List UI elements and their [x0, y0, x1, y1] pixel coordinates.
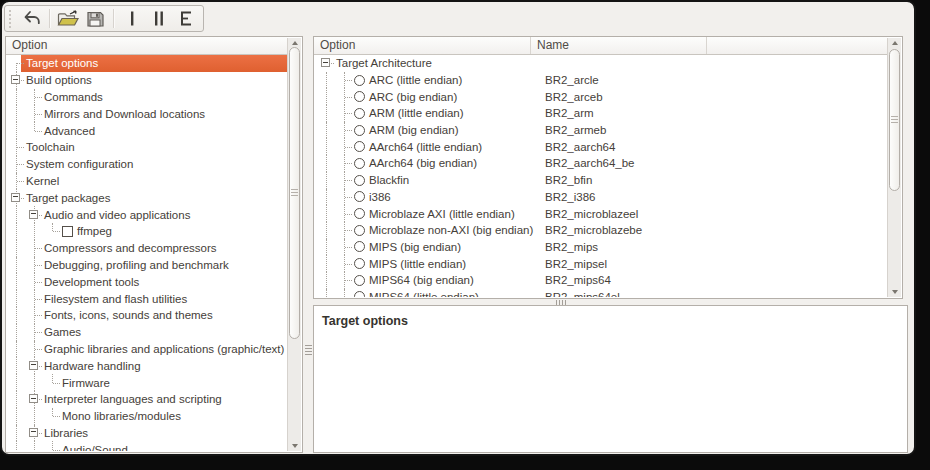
option-column-header[interactable]: Option — [314, 37, 531, 54]
tree-row[interactable]: ARM (big endian)BR2_armeb — [315, 122, 887, 139]
tree-guide-line — [317, 172, 335, 189]
scrollbar-thumb[interactable] — [889, 49, 900, 191]
expander-minus-icon[interactable] — [29, 361, 38, 370]
tree-row[interactable]: AArch64 (little endian)BR2_aarch64 — [315, 138, 887, 155]
scroll-down-icon[interactable] — [292, 444, 298, 448]
radio-icon[interactable] — [354, 291, 365, 297]
tree-row[interactable]: Mirrors and Download locations — [7, 105, 287, 122]
tree-row[interactable]: Target packages — [7, 189, 287, 206]
radio-icon[interactable] — [354, 275, 365, 286]
scroll-down-icon[interactable] — [892, 290, 898, 294]
tree-row[interactable]: Interpreter languages and scripting — [7, 391, 287, 408]
config-symbol-name: BR2_arcle — [545, 74, 599, 86]
tree-row[interactable]: Toolchain — [7, 139, 287, 156]
radio-icon[interactable] — [354, 175, 365, 186]
tree-row[interactable]: Debugging, profiling and benchmark — [7, 257, 287, 274]
tree-row[interactable]: System configuration — [7, 156, 287, 173]
radio-icon[interactable] — [354, 241, 365, 252]
tree-row[interactable]: Audio/Sound — [7, 441, 287, 451]
expander-minus-icon[interactable] — [11, 75, 20, 84]
single-view-button[interactable] — [120, 7, 145, 30]
tree-row[interactable]: Audio and video applications — [7, 206, 287, 223]
tree-row[interactable]: Filesystem and flash utilities — [7, 290, 287, 307]
radio-icon[interactable] — [354, 258, 365, 269]
tree-row[interactable]: ARC (little endian)BR2_arcle — [315, 72, 887, 89]
tree-row[interactable]: Build options — [7, 72, 287, 89]
open-button[interactable] — [56, 7, 81, 30]
tree-row[interactable]: ffmpeg — [7, 223, 287, 240]
tree-row[interactable]: ARC (big endian)BR2_arceb — [315, 88, 887, 105]
empty-column-header[interactable] — [707, 37, 887, 54]
right-scrollbar[interactable] — [887, 38, 901, 297]
tree-row[interactable]: i386BR2_i386 — [315, 189, 887, 206]
vertical-splitter[interactable] — [303, 36, 313, 453]
tree-row[interactable]: Kernel — [7, 173, 287, 190]
radio-icon[interactable] — [354, 191, 365, 202]
tree-row[interactable]: Mono libraries/modules — [7, 408, 287, 425]
expander-minus-icon[interactable] — [29, 394, 38, 403]
left-scrollbar[interactable] — [287, 38, 301, 451]
tree-item-label: AArch64 (big endian) — [368, 157, 477, 169]
radio-icon[interactable] — [354, 125, 365, 136]
tree-row[interactable]: Development tools — [7, 273, 287, 290]
options-tree: Target ArchitectureARC (little endian)BR… — [315, 55, 887, 297]
name-column-header[interactable]: Name — [531, 37, 707, 54]
scrollbar-thumb[interactable] — [289, 47, 300, 339]
undo-button[interactable] — [19, 7, 44, 30]
tree-row[interactable]: Games — [7, 324, 287, 341]
expander-minus-icon[interactable] — [321, 58, 330, 67]
expander-minus-icon[interactable] — [11, 193, 20, 202]
tree-row[interactable]: Commands — [7, 89, 287, 106]
tree-row[interactable]: Compressors and decompressors — [7, 240, 287, 257]
full-view-button[interactable] — [174, 7, 199, 30]
tree-row[interactable]: Advanced — [7, 122, 287, 139]
tree-branch — [25, 391, 43, 408]
option-column-header[interactable]: Option — [6, 37, 287, 54]
tree-row[interactable]: Microblaze AXI (little endian)BR2_microb… — [315, 205, 887, 222]
radio-icon[interactable] — [354, 225, 365, 236]
radio-icon[interactable] — [354, 75, 365, 86]
tree-row[interactable]: MIPS64 (little endian)BR2_mips64el — [315, 289, 887, 297]
tree-item-label: Microblaze non-AXI (big endian) — [368, 224, 533, 236]
radio-icon[interactable] — [354, 141, 365, 152]
tree-branch — [7, 139, 25, 156]
tree-row[interactable]: Target options — [7, 55, 287, 72]
tree-item-label: MIPS (big endian) — [368, 241, 461, 253]
tree-row[interactable]: AArch64 (big endian)BR2_aarch64_be — [315, 155, 887, 172]
toolbar-separator — [49, 9, 51, 28]
tree-row[interactable]: Target Architecture — [315, 55, 887, 72]
tree-guide-line — [25, 374, 43, 391]
radio-icon[interactable] — [354, 108, 365, 119]
config-symbol-name: BR2_i386 — [545, 191, 596, 203]
tree-row[interactable]: Fonts, icons, sounds and themes — [7, 307, 287, 324]
tree-row[interactable]: ARM (little endian)BR2_arm — [315, 105, 887, 122]
radio-icon[interactable] — [354, 158, 365, 169]
split-view-button[interactable] — [147, 7, 172, 30]
tree-row[interactable]: Libraries — [7, 425, 287, 442]
scroll-up-icon[interactable] — [892, 41, 898, 45]
checkbox-icon[interactable] — [62, 226, 73, 237]
tree-guide-line — [7, 273, 25, 290]
expander-minus-icon[interactable] — [29, 428, 38, 437]
tree-row[interactable]: MIPS (big endian)BR2_mips — [315, 239, 887, 256]
tree-row[interactable]: Hardware handling — [7, 357, 287, 374]
tree-guide-line — [7, 425, 25, 442]
full-tree-view-icon — [176, 9, 196, 28]
radio-icon[interactable] — [354, 91, 365, 102]
tree-row[interactable]: Graphic libraries and applications (grap… — [7, 341, 287, 358]
tree-row[interactable]: Firmware — [7, 374, 287, 391]
tree-branch — [335, 205, 353, 222]
scroll-up-icon[interactable] — [292, 41, 298, 45]
tree-row[interactable]: MIPS64 (big endian)BR2_mips64 — [315, 272, 887, 289]
toolbar-drag-handle[interactable] — [9, 10, 14, 28]
config-tree: Target optionsBuild optionsCommandsMirro… — [7, 55, 287, 451]
tree-branch — [25, 105, 43, 122]
radio-icon[interactable] — [354, 208, 365, 219]
tree-guide-line — [317, 105, 335, 122]
tree-branch — [25, 122, 43, 139]
save-button[interactable] — [83, 7, 108, 30]
tree-row[interactable]: MIPS (little endian)BR2_mipsel — [315, 255, 887, 272]
tree-row[interactable]: BlackfinBR2_bfin — [315, 172, 887, 189]
expander-minus-icon[interactable] — [29, 210, 38, 219]
tree-row[interactable]: Microblaze non-AXI (big endian)BR2_micro… — [315, 222, 887, 239]
